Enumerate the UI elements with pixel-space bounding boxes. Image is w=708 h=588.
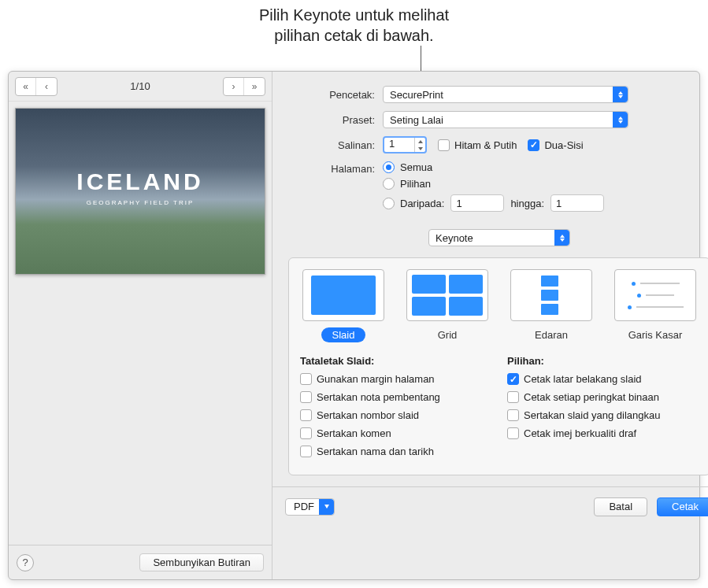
layout-panel: Slaid Grid Edaran	[288, 257, 708, 475]
comments-checkbox[interactable]	[300, 427, 312, 439]
copies-label: Salinan:	[288, 139, 383, 151]
print-dialog: « ‹ 1/10 › » ICELAND GEOGRAPHY FIELD TRI…	[8, 71, 700, 580]
preview-slide: ICELAND GEOGRAPHY FIELD TRIP	[15, 108, 265, 275]
layout-thumb-slide	[302, 269, 384, 321]
copies-value: 1	[389, 138, 395, 150]
preset-label: Praset:	[288, 114, 383, 126]
last-page-button[interactable]: »	[244, 78, 265, 95]
preview-pane: « ‹ 1/10 › » ICELAND GEOGRAPHY FIELD TRI…	[9, 72, 272, 579]
select-arrows-icon	[554, 230, 569, 246]
layout-label-slide: Slaid	[321, 327, 366, 342]
page-indicator: 1/10	[130, 80, 150, 92]
annotation-callout: Pilih Keynote untuk melihat pilihan ceta…	[0, 5, 708, 46]
pages-to-label: hingga:	[510, 198, 544, 209]
preview-slide-subtitle: GEOGRAPHY FIELD TRIP	[16, 199, 265, 206]
annotation-line1: Pilih Keynote untuk melihat	[0, 5, 708, 25]
twosided-label: Dua-Sisi	[544, 139, 583, 151]
preset-value: Seting Lalai	[390, 114, 443, 126]
select-arrows-icon	[613, 87, 628, 102]
slide-layout-title: Tataletak Slaid:	[300, 355, 491, 367]
preview-area: ICELAND GEOGRAPHY FIELD TRIP	[9, 102, 272, 545]
printer-value: SecurePrint	[390, 89, 443, 101]
chevron-down-icon	[319, 499, 334, 515]
pages-from-value: 1	[456, 198, 461, 209]
pdf-label: PDF	[294, 501, 314, 512]
draft-checkbox[interactable]	[507, 427, 519, 439]
presenter-notes-checkbox[interactable]	[300, 391, 312, 403]
comments-label: Sertakan komen	[317, 427, 391, 439]
slide-number-label: Sertakan nombor slaid	[317, 409, 419, 421]
layout-label-handout: Edaran	[524, 327, 579, 342]
pdf-dropdown-button[interactable]: PDF	[285, 498, 335, 516]
prev-page-button[interactable]: ‹	[36, 78, 57, 95]
pages-selection-radio[interactable]	[383, 178, 395, 190]
layout-option-grid[interactable]: Grid	[404, 269, 491, 342]
margins-label: Gunakan margin halaman	[317, 373, 435, 385]
preview-toolbar: « ‹ 1/10 › »	[9, 72, 272, 102]
cancel-button[interactable]: Batal	[594, 497, 647, 516]
background-label: Cetak latar belakang slaid	[524, 373, 642, 385]
layout-option-handout[interactable]: Edaran	[508, 269, 595, 342]
pages-to-value: 1	[556, 198, 562, 209]
printer-select[interactable]: SecurePrint	[383, 86, 628, 103]
bw-checkbox[interactable]	[438, 139, 450, 151]
pages-from-label: Daripada:	[400, 198, 444, 209]
hide-details-button[interactable]: Sembunyikan Butiran	[139, 553, 264, 571]
annotation-line2: pilihan cetak di bawah.	[0, 25, 708, 46]
name-date-checkbox[interactable]	[300, 446, 312, 457]
pages-selection-label: Pilihan	[400, 178, 431, 190]
nav-first-prev-group: « ‹	[15, 77, 57, 96]
copies-input[interactable]: 1	[383, 136, 427, 153]
margins-checkbox[interactable]	[300, 373, 312, 385]
first-page-button[interactable]: «	[16, 78, 36, 95]
settings-pane: Pencetak: SecurePrint Praset: Seting Lal…	[272, 72, 708, 579]
pages-all-radio[interactable]	[383, 161, 395, 173]
print-button[interactable]: Cetak	[657, 497, 708, 516]
pages-range-radio[interactable]	[383, 198, 395, 209]
draft-label: Cetak imej berkualiti draf	[524, 427, 636, 439]
app-select-value: Keynote	[436, 232, 473, 244]
pages-label: Halaman:	[288, 161, 383, 175]
slide-number-checkbox[interactable]	[300, 409, 312, 421]
layout-thumb-grid	[406, 269, 488, 321]
bw-label: Hitam & Putih	[454, 139, 517, 151]
help-button[interactable]: ?	[17, 554, 34, 571]
layout-thumb-handout	[510, 269, 592, 321]
background-checkbox[interactable]	[507, 373, 519, 385]
skipped-label: Sertakan slaid yang dilangkau	[524, 409, 660, 421]
pages-to-input[interactable]: 1	[550, 194, 604, 212]
name-date-label: Sertakan nama dan tarikh	[317, 446, 434, 457]
select-arrows-icon	[613, 112, 628, 128]
preset-select[interactable]: Seting Lalai	[383, 111, 628, 128]
choices-title: Pilihan:	[507, 355, 699, 367]
copies-stepper[interactable]	[414, 138, 425, 152]
layout-label-outline: Garis Kasar	[617, 327, 694, 342]
layout-option-outline[interactable]: Garis Kasar	[612, 269, 699, 342]
builds-label: Cetak setiap peringkat binaan	[524, 391, 659, 403]
next-page-button[interactable]: ›	[224, 78, 244, 95]
nav-next-last-group: › »	[223, 77, 265, 96]
layout-thumb-outline	[614, 269, 696, 321]
layout-option-slide[interactable]: Slaid	[300, 269, 387, 342]
bottom-bar: PDF Batal Cetak	[272, 486, 708, 526]
pages-all-label: Semua	[400, 161, 432, 173]
builds-checkbox[interactable]	[507, 391, 519, 403]
presenter-notes-label: Sertakan nota pembentang	[317, 391, 440, 403]
preview-slide-title: ICELAND	[16, 168, 265, 195]
layout-label-grid: Grid	[427, 327, 469, 342]
twosided-checkbox[interactable]	[528, 139, 539, 151]
left-footer: ? Sembunyikan Butiran	[9, 545, 272, 579]
app-select[interactable]: Keynote	[428, 229, 570, 246]
skipped-checkbox[interactable]	[507, 409, 519, 421]
pages-from-input[interactable]: 1	[450, 194, 504, 212]
printer-label: Pencetak:	[288, 89, 383, 101]
